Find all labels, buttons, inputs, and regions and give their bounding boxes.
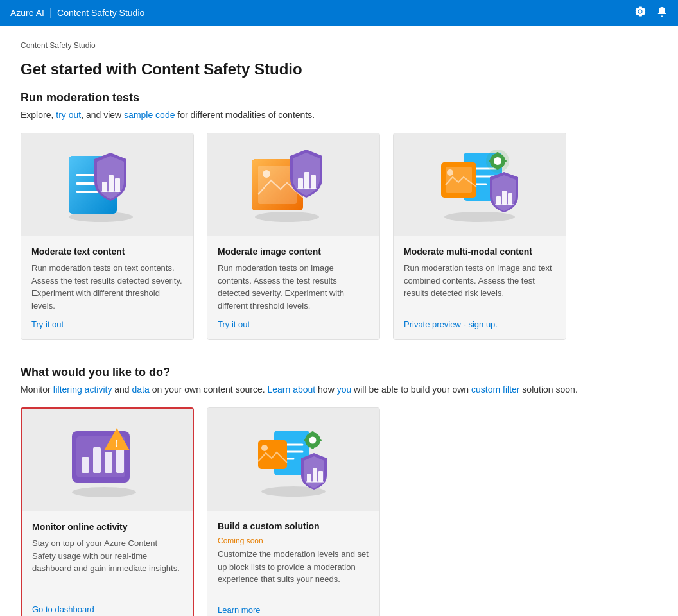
app-title-label: Content Safety Studio: [57, 8, 144, 18]
moderation-section-title: Run moderation tests: [21, 91, 657, 105]
svg-point-38: [72, 487, 136, 497]
monitor-activity-card-image: !: [22, 409, 193, 511]
svg-rect-30: [496, 152, 499, 156]
monitor-activity-title: Monitor online activity: [32, 522, 182, 532]
svg-rect-6: [102, 182, 107, 192]
moderate-multimodal-card-body: Moderate multi-modal content Run moderat…: [394, 236, 566, 339]
custom-solution-card-body: Build a custom solution Coming soon Cust…: [207, 511, 379, 616]
learn-about-link[interactable]: Learn about: [267, 384, 315, 395]
svg-rect-8: [115, 178, 120, 192]
moderate-image-link[interactable]: Try it out: [218, 320, 369, 329]
settings-icon[interactable]: [634, 6, 646, 21]
page-title: Get started with Content Safety Studio: [21, 60, 657, 78]
svg-rect-33: [503, 160, 507, 162]
filtering-activity-link[interactable]: filtering activity: [53, 384, 112, 395]
svg-rect-16: [304, 172, 309, 189]
main-content: Content Safety Studio Get started with C…: [0, 26, 678, 616]
svg-rect-17: [311, 175, 316, 189]
svg-rect-56: [311, 431, 314, 435]
action-cards-grid: ! Monitor online activity Stay on top of…: [21, 407, 657, 616]
svg-point-14: [263, 170, 270, 178]
svg-rect-7: [109, 175, 114, 192]
azure-ai-label: Azure AI: [10, 8, 44, 18]
moderate-image-title: Moderate image content: [218, 246, 369, 257]
monitor-activity-card-body: Monitor online activity Stay on top of y…: [22, 511, 193, 616]
moderate-text-desc: Run moderation tests on text contents. A…: [31, 262, 183, 312]
moderate-multimodal-card: Moderate multi-modal content Run moderat…: [393, 133, 566, 340]
svg-text:!: !: [116, 438, 119, 449]
try-out-link[interactable]: try out: [56, 110, 81, 120]
svg-rect-34: [496, 196, 501, 205]
moderation-cards-grid: Moderate text content Run moderation tes…: [21, 133, 657, 340]
coming-soon-badge: Coming soon: [218, 536, 369, 545]
moderate-image-desc: Run moderation tests on image contents. …: [218, 262, 369, 312]
header-actions: [634, 6, 668, 21]
svg-rect-59: [318, 439, 322, 441]
svg-rect-35: [502, 191, 507, 205]
svg-point-26: [447, 169, 453, 176]
svg-rect-41: [82, 457, 89, 473]
moderate-image-card-body: Moderate image content Run moderation te…: [207, 236, 379, 339]
action-section-title: What would you like to do?: [21, 366, 657, 379]
moderate-image-card-image: [207, 133, 379, 236]
svg-rect-62: [318, 471, 323, 482]
custom-solution-title: Build a custom solution: [218, 521, 369, 531]
moderate-text-card-body: Moderate text content Run moderation tes…: [21, 236, 193, 339]
monitor-activity-card[interactable]: ! Monitor online activity Stay on top of…: [21, 407, 194, 616]
action-section-subtitle: Monitor filtering activity and data on y…: [21, 384, 657, 395]
moderate-multimodal-card-image: [394, 133, 566, 236]
you-link[interactable]: you: [337, 384, 352, 395]
svg-point-53: [261, 445, 268, 451]
app-header: Azure AI | Content Safety Studio: [0, 0, 678, 26]
sample-code-link[interactable]: sample code: [124, 110, 175, 120]
svg-rect-32: [489, 160, 492, 162]
data-link[interactable]: data: [132, 384, 150, 395]
monitor-activity-desc: Stay on top of your Azure Content Safety…: [32, 537, 182, 597]
moderate-multimodal-desc: Run moderation tests on image and text c…: [404, 262, 555, 312]
svg-rect-52: [258, 440, 287, 469]
svg-rect-61: [313, 468, 317, 482]
moderate-text-card-image: [21, 133, 193, 236]
moderate-text-card: Moderate text content Run moderation tes…: [21, 133, 194, 340]
svg-rect-58: [304, 439, 308, 441]
custom-filter-link[interactable]: custom filter: [471, 384, 519, 395]
moderate-image-card: Moderate image content Run moderation te…: [207, 133, 380, 340]
moderate-text-link[interactable]: Try it out: [31, 320, 183, 329]
monitor-activity-link[interactable]: Go to dashboard: [32, 604, 182, 614]
breadcrumb: Content Safety Studio: [21, 41, 657, 50]
custom-solution-desc: Customize the moderation levels and set …: [218, 548, 369, 597]
svg-rect-31: [496, 166, 499, 170]
moderation-section-subtitle: Explore, try out, and view sample code f…: [21, 110, 657, 120]
moderate-multimodal-title: Moderate multi-modal content: [404, 246, 555, 257]
svg-rect-15: [298, 178, 303, 189]
custom-solution-card-image: [207, 408, 379, 511]
moderate-multimodal-link[interactable]: Private preview - sign up.: [404, 320, 555, 329]
header-brand-section: Azure AI | Content Safety Studio: [10, 7, 144, 19]
custom-solution-card: Build a custom solution Coming soon Cust…: [207, 407, 380, 616]
notification-icon[interactable]: [656, 6, 668, 21]
svg-rect-57: [311, 445, 314, 449]
svg-point-55: [309, 437, 317, 444]
svg-rect-42: [93, 447, 101, 473]
custom-solution-link[interactable]: Learn more: [218, 605, 369, 615]
svg-rect-43: [105, 452, 112, 473]
svg-point-19: [444, 212, 515, 222]
svg-rect-36: [508, 193, 512, 205]
moderate-text-title: Moderate text content: [31, 246, 183, 257]
svg-point-10: [255, 212, 319, 222]
svg-rect-60: [307, 474, 311, 482]
svg-point-29: [494, 157, 501, 165]
header-divider: |: [49, 7, 52, 19]
